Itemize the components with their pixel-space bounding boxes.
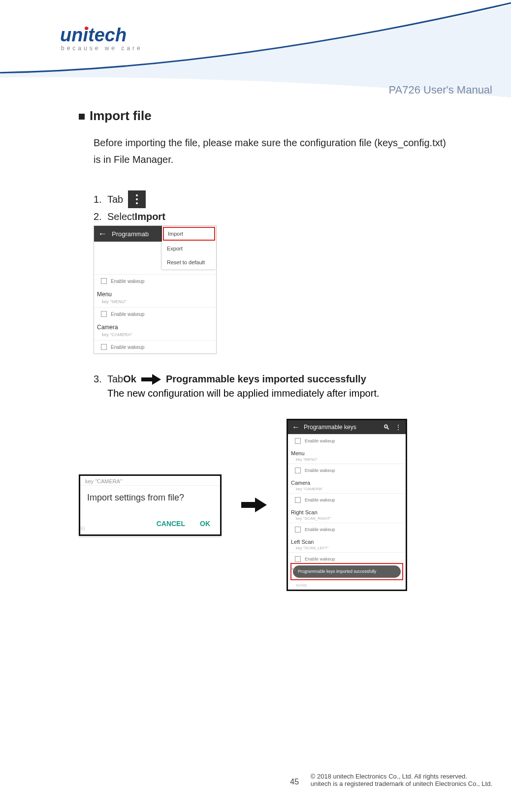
section-header-left-scan: Left Scan <box>288 536 406 545</box>
page-footer: 45 © 2018 unitech Electronics Co., Ltd. … <box>0 773 511 787</box>
checkbox-icon[interactable] <box>101 278 107 284</box>
section-header-right-scan: Right Scan <box>288 506 406 516</box>
checkbox-row[interactable]: Enable wakeup <box>288 523 406 536</box>
step-text: Tab <box>107 374 123 385</box>
ok-button[interactable]: OK <box>200 520 210 528</box>
checkbox-row[interactable]: Enable wakeup <box>94 307 216 320</box>
cancel-button[interactable]: CANCEL <box>157 520 185 528</box>
step-3-body: The new configuration will be applied im… <box>107 388 453 399</box>
back-arrow-icon[interactable]: ← <box>292 423 300 432</box>
screenshot-appbar: ← Programmable keys 🔍︎ ⋮ <box>288 420 406 434</box>
dialog-title: Import settings from file? <box>80 486 220 515</box>
key-label: key "CAMERA" <box>94 332 216 340</box>
checkbox-row[interactable]: Enable wakeup <box>288 493 406 506</box>
step-1: 1. Tab <box>94 190 453 208</box>
checkbox-row[interactable]: Enable wakeup <box>288 464 406 477</box>
overflow-menu-popup: Import Export Reset to default <box>162 226 216 269</box>
key-label: key "SCAN_RIGHT" <box>288 516 406 523</box>
step-list: 3. Tab Ok Programmable keys imported suc… <box>94 374 453 385</box>
step-text: Tab <box>107 194 123 205</box>
step-2: 2. Select Import <box>94 211 453 222</box>
screenshot-menu: ← Programmab Import Export Reset to defa… <box>94 225 217 354</box>
checkbox-icon[interactable] <box>295 497 301 503</box>
checkbox-row[interactable]: Enable wakeup <box>288 434 406 447</box>
page-header: unitech because we care PA726 User's Man… <box>0 0 511 98</box>
trademark-line: unitech is a registered trademark of uni… <box>311 780 492 787</box>
section-header-camera: Camera <box>94 320 216 332</box>
screenshot-appbar: ← Programmab Import Export Reset to defa… <box>94 226 216 242</box>
checkbox-icon[interactable] <box>101 311 107 317</box>
appbar-title: Programmable keys <box>304 424 356 431</box>
step-number: 2. <box>94 211 107 222</box>
section-header-menu: Menu <box>288 447 406 457</box>
checkbox-icon[interactable] <box>101 344 107 350</box>
step-bold: Ok <box>123 374 136 385</box>
screenshot-dialog: key "CAMERA" Import settings from file? … <box>79 474 222 536</box>
step-bold: Import <box>135 211 165 222</box>
checkbox-row[interactable]: Enable wakeup <box>94 274 216 287</box>
square-bullet-icon <box>79 114 85 120</box>
arrow-right-icon <box>141 374 161 385</box>
back-arrow-icon[interactable]: ← <box>98 229 107 239</box>
checkbox-row[interactable]: Enable wakeup <box>288 552 406 563</box>
menu-item-reset[interactable]: Reset to default <box>162 255 216 269</box>
appbar-title: Programmab <box>112 230 149 238</box>
toast-highlight: Programmable keys imported successfully <box>290 563 403 580</box>
checkbox-icon[interactable] <box>295 468 301 473</box>
screenshot-dialog-wrapper: key "CAMERA" Import settings from file? … <box>79 474 222 536</box>
checkbox-icon[interactable] <box>295 527 301 532</box>
none-label: NONE <box>288 583 406 590</box>
toast-message: Programmable keys imported successfully <box>293 565 401 578</box>
dim-background-text: Pu <box>290 567 295 572</box>
key-label: key "MENU" <box>288 457 406 464</box>
section-header-menu: Menu <box>94 287 216 299</box>
copyright-line: © 2018 unitech Electronics Co., Ltd. All… <box>311 773 467 780</box>
screenshot-result: ← Programmable keys 🔍︎ ⋮ Enable wakeup M… <box>287 419 407 591</box>
dim-background-text: key "CAMERA" <box>80 476 220 486</box>
checkbox-icon[interactable] <box>295 556 301 562</box>
main-content: Import file Before importing the file, p… <box>79 108 453 591</box>
menu-item-import[interactable]: Import <box>163 227 215 241</box>
step-list: 1. Tab 2. Select Import <box>94 190 453 222</box>
arrow-right-icon <box>241 498 267 512</box>
menu-item-export[interactable]: Export <box>162 242 216 255</box>
overflow-menu-icon[interactable]: ⋮ <box>395 423 402 431</box>
checkbox-icon[interactable] <box>295 438 301 444</box>
logo-wordmark: unitech <box>60 25 159 46</box>
key-label: key "SCAN_LEFT" <box>288 545 406 552</box>
checkbox-row[interactable]: Enable wakeup <box>94 340 216 353</box>
manual-title: PA726 User's Manual <box>389 84 492 96</box>
step-number: 1. <box>94 194 107 205</box>
step-3: 3. Tab Ok Programmable keys imported suc… <box>94 374 453 385</box>
section-title: Import file <box>79 108 453 124</box>
key-label: key "MENU" <box>94 299 216 307</box>
step-number: 3. <box>94 374 107 385</box>
search-icon[interactable]: 🔍︎ <box>383 423 390 431</box>
brand-logo: unitech because we care <box>60 25 159 52</box>
overflow-menu-icon[interactable] <box>128 190 146 208</box>
key-label: key "CAMERA" <box>288 486 406 493</box>
figure-row: key "CAMERA" Import settings from file? … <box>79 419 453 591</box>
page-number: 45 <box>290 778 299 786</box>
step-bold: Programmable keys imported successfully <box>166 374 366 385</box>
step-text: Select <box>107 211 135 222</box>
logo-tagline: because we care <box>61 45 159 52</box>
dim-background-text: Ri <box>79 526 85 531</box>
section-header-camera: Camera <box>288 477 406 486</box>
logo-dot-icon <box>85 27 88 30</box>
section-intro: Before importing the file, please make s… <box>94 134 453 168</box>
